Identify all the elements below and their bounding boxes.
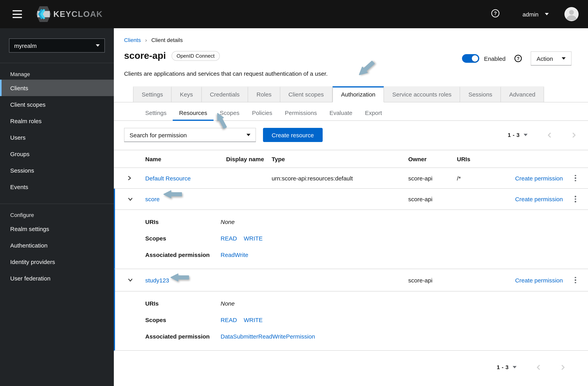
pagination-options-icon[interactable]	[524, 134, 527, 136]
svg-text:?: ?	[517, 56, 520, 61]
create-permission-link[interactable]: Create permission	[515, 175, 563, 182]
tab-client-scopes[interactable]: Client scopes	[280, 86, 333, 102]
sidebar: myrealm Manage ClientsClient scopesRealm…	[0, 28, 114, 386]
resources-toolbar: Search for permission Create resource 1 …	[124, 128, 571, 142]
col-owner: Owner	[408, 156, 457, 162]
help-icon[interactable]: ?	[491, 9, 500, 19]
uris-label: URIs	[145, 219, 221, 225]
kebab-menu-icon[interactable]	[573, 275, 578, 285]
username: admin	[523, 11, 539, 18]
chevron-down-icon	[247, 134, 251, 136]
sidebar-item-authentication[interactable]: Authentication	[0, 237, 114, 253]
scope-link[interactable]: READ	[221, 235, 237, 242]
help-icon[interactable]: ?	[514, 55, 522, 62]
user-menu[interactable]: admin	[523, 11, 549, 18]
page-title: score-api	[124, 50, 166, 61]
associated-permission-label: Associated permission	[145, 251, 221, 258]
scope-link[interactable]: WRITE	[244, 235, 263, 242]
tab-authorization[interactable]: Authorization	[333, 86, 384, 102]
collapse-row-icon[interactable]	[115, 277, 145, 283]
cell-owner: score-api	[408, 175, 457, 182]
sidebar-item-users[interactable]: Users	[0, 129, 114, 145]
create-permission-link[interactable]: Create permission	[515, 277, 563, 284]
sidebar-item-sessions[interactable]: Sessions	[0, 162, 114, 179]
collapse-row-icon[interactable]	[115, 196, 145, 202]
keycloak-logo: KEYCLOAK	[36, 6, 103, 22]
resource-details-panel: URIs None Scopes READ WRITE Associated p…	[115, 291, 588, 350]
expanded-row-group-score: score score-api Create permission URIs N…	[114, 189, 588, 269]
uris-value: None	[221, 219, 588, 225]
enabled-toggle[interactable]	[462, 54, 479, 63]
realm-selector[interactable]: myrealm	[9, 39, 105, 53]
prev-page-icon[interactable]	[546, 132, 552, 138]
annotation-arrow-study123-resource	[170, 273, 189, 282]
col-uris: URIs	[457, 156, 496, 162]
sidebar-item-clients[interactable]: Clients	[0, 80, 114, 96]
sidebar-item-client-scopes[interactable]: Client scopes	[0, 96, 114, 113]
scopes-label: Scopes	[145, 235, 221, 242]
main-content: Clients › Client details score-api OpenI…	[114, 28, 588, 386]
subtab-permissions[interactable]: Permissions	[278, 107, 323, 121]
chevron-down-icon	[96, 44, 100, 47]
tab-advanced[interactable]: Advanced	[501, 86, 544, 102]
subtab-settings[interactable]: Settings	[139, 107, 173, 121]
sidebar-item-realm-roles[interactable]: Realm roles	[0, 113, 114, 129]
subtab-resources[interactable]: Resources	[173, 107, 213, 121]
tab-service-accounts-roles[interactable]: Service accounts roles	[384, 86, 460, 102]
sidebar-item-user-federation[interactable]: User federation	[0, 270, 114, 286]
avatar[interactable]	[565, 7, 579, 21]
pagination-top: 1 - 3	[508, 132, 577, 138]
next-page-icon[interactable]	[560, 364, 566, 370]
scope-link[interactable]: READ	[221, 317, 237, 323]
col-name: Name	[145, 156, 226, 162]
breadcrumb-clients-link[interactable]: Clients	[124, 37, 141, 43]
sidebar-item-events[interactable]: Events	[0, 179, 114, 195]
permission-link[interactable]: ReadWrite	[221, 251, 248, 258]
search-placeholder: Search for permission	[129, 132, 187, 138]
subtab-evaluate[interactable]: Evaluate	[323, 107, 359, 121]
next-page-icon[interactable]	[571, 132, 577, 138]
breadcrumb: Clients › Client details	[124, 28, 571, 43]
scopes-label: Scopes	[145, 317, 221, 323]
brand-title: KEYCLOAK	[53, 9, 103, 19]
kebab-menu-icon[interactable]	[573, 173, 578, 183]
sidebar-item-realm-settings[interactable]: Realm settings	[0, 221, 114, 237]
sidebar-item-groups[interactable]: Groups	[0, 145, 114, 162]
expand-row-icon[interactable]	[114, 175, 145, 181]
tab-sessions[interactable]: Sessions	[460, 86, 501, 102]
table-row: Default Resource urn:score-api:resources…	[114, 168, 588, 189]
create-permission-link[interactable]: Create permission	[515, 196, 563, 203]
keycloak-logo-icon	[36, 6, 51, 22]
resource-link[interactable]: Default Resource	[145, 175, 226, 182]
tab-keys[interactable]: Keys	[171, 86, 202, 102]
annotation-arrow-score-resource	[163, 190, 182, 199]
create-resource-button[interactable]: Create resource	[263, 128, 322, 142]
pagination-bottom: 1 - 3	[497, 364, 566, 370]
scope-link[interactable]: WRITE	[244, 317, 263, 323]
cell-owner: score-api	[408, 196, 457, 203]
tab-roles[interactable]: Roles	[248, 86, 280, 102]
realm-name: myrealm	[14, 42, 37, 49]
table-row: score score-api Create permission	[115, 189, 588, 210]
nav-toggle-hamburger-icon[interactable]	[13, 10, 22, 18]
sidebar-item-identity-providers[interactable]: Identity providers	[0, 253, 114, 270]
action-label: Action	[537, 55, 553, 62]
uris-label: URIs	[145, 300, 221, 307]
authorization-subtabs: SettingsResourcesScopesPoliciesPermissio…	[114, 102, 588, 121]
nav-section-title-manage: Manage	[0, 63, 114, 80]
associated-permission-label: Associated permission	[145, 333, 221, 340]
cell-uris: /*	[457, 175, 496, 182]
tab-settings[interactable]: Settings	[133, 86, 171, 102]
action-dropdown[interactable]: Action	[531, 51, 571, 65]
subtab-policies[interactable]: Policies	[246, 107, 278, 121]
tab-credentials[interactable]: Credentials	[202, 86, 248, 102]
kebab-menu-icon[interactable]	[573, 194, 578, 204]
permission-link[interactable]: DataSubmitterReadWritePermission	[221, 333, 315, 340]
cell-type: urn:score-api:resources:default	[272, 175, 408, 182]
prev-page-icon[interactable]	[535, 364, 541, 370]
pagination-options-icon[interactable]	[513, 366, 517, 368]
search-input[interactable]: Search for permission	[124, 128, 256, 142]
resource-link[interactable]: score	[145, 196, 226, 203]
subtab-export[interactable]: Export	[358, 107, 388, 121]
pagination-range: 1 - 3	[508, 132, 520, 138]
